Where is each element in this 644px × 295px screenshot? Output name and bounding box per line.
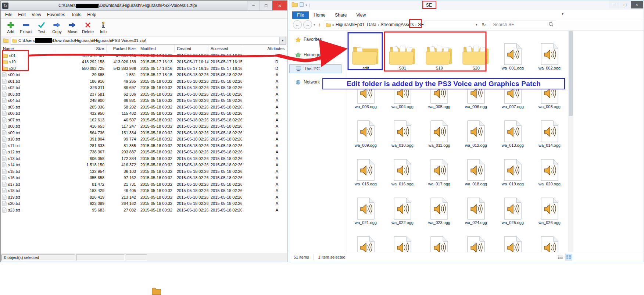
file-item-wa-002-ogg[interactable]: wa_002.ogg bbox=[531, 33, 568, 72]
folder-item-s01[interactable]: S01 bbox=[384, 33, 421, 72]
close-button[interactable]: × bbox=[631, 1, 643, 8]
table-row-s03-txt[interactable]: s03.txt237 58162 3362015-05-18 00:322015… bbox=[1, 91, 287, 97]
table-row-s02-txt[interactable]: s02.txt326 31186 6972015-05-18 00:322015… bbox=[1, 85, 287, 91]
large-icons-view-button[interactable] bbox=[565, 254, 572, 260]
menu-tools[interactable]: Tools bbox=[68, 12, 84, 17]
breadcrumb-part-streamingassets[interactable]: StreamingAssets bbox=[380, 22, 414, 27]
table-row-s04-txt[interactable]: s04.txt248 90066 8812015-05-18 00:322015… bbox=[1, 97, 287, 104]
forward-button[interactable]: → bbox=[303, 20, 312, 29]
explorer-titlebar[interactable]: ▾ | SE – □ × bbox=[289, 0, 644, 10]
file-item-wa-024-ogg[interactable]: wa_024.ogg bbox=[458, 188, 494, 227]
address-dropdown-icon[interactable]: ▾ bbox=[474, 23, 479, 26]
file-item-wa-016-ogg[interactable]: wa_016.ogg bbox=[384, 149, 421, 188]
file-item-wa-001-ogg[interactable]: wa_001.ogg bbox=[494, 33, 531, 72]
file-item-wa-020-ogg[interactable]: wa_020.ogg bbox=[531, 149, 568, 188]
quick-access-file-icon[interactable] bbox=[300, 2, 304, 8]
sidebar-item-homegroup[interactable]: Homegroup bbox=[289, 50, 341, 59]
tab-file[interactable]: File bbox=[292, 11, 309, 19]
table-row-s08-txt[interactable]: s08.txt416 653117 2472015-05-18 00:32201… bbox=[1, 123, 287, 130]
table-row-s13-txt[interactable]: s13.txt606 058172 3842015-05-18 00:32201… bbox=[1, 155, 287, 162]
file-item-wa-013-ogg[interactable]: wa_013.ogg bbox=[494, 111, 531, 149]
breadcrumb-overflow[interactable]: « bbox=[332, 23, 334, 27]
toolbar-extract-button[interactable]: Extract bbox=[19, 19, 33, 35]
file-item-wa-026-ogg[interactable]: wa_026.ogg bbox=[531, 188, 568, 227]
ribbon-collapse-icon[interactable]: ▾ bbox=[562, 12, 564, 16]
file-item-wa-017-ogg[interactable]: wa_017.ogg bbox=[421, 149, 458, 188]
table-row-s14-txt[interactable]: s14.txt1 518 150416 3722015-05-18 00:322… bbox=[1, 162, 287, 168]
column-header-accessed[interactable]: Accessed bbox=[208, 45, 242, 52]
folder-item-s19[interactable]: S19 bbox=[421, 33, 458, 72]
file-item-wa-009-ogg[interactable]: wa_009.ogg bbox=[347, 111, 384, 149]
menu-help[interactable]: Help bbox=[84, 12, 99, 17]
menu-view[interactable]: View bbox=[29, 12, 44, 17]
breadcrumb-part-data[interactable]: HigurashiEp01_Data bbox=[336, 22, 376, 27]
toolbar-add-button[interactable]: Add bbox=[4, 19, 18, 35]
column-header-modified[interactable]: Modified bbox=[138, 45, 175, 52]
quick-access-dropdown-icon[interactable]: ▾ bbox=[305, 3, 307, 7]
toolbar-info-button[interactable]: Info bbox=[96, 19, 110, 35]
column-header-attributes[interactable]: Attributes bbox=[242, 45, 287, 52]
sidebar-item-favorites[interactable]: Favorites bbox=[289, 35, 341, 44]
maximize-button[interactable]: □ bbox=[260, 1, 272, 10]
table-row-s00-txt[interactable]: s00.txt29 6881 5612015-05-17 18:152015-0… bbox=[1, 72, 287, 78]
file-item-wa-022-ogg[interactable]: wa_022.ogg bbox=[384, 188, 421, 227]
table-row-s15-txt[interactable]: s15.txt132 95436 1032015-05-18 00:322015… bbox=[1, 168, 287, 175]
refresh-icon[interactable]: ↻ bbox=[480, 22, 487, 28]
file-item-wa-025-ogg[interactable]: wa_025.ogg bbox=[494, 188, 531, 227]
vertical-scrollbar[interactable] bbox=[568, 31, 573, 252]
toolbar-delete-button[interactable]: Delete bbox=[81, 19, 95, 35]
recent-locations-dropdown-icon[interactable]: ▾ bbox=[314, 23, 315, 26]
file-item-wa-023-ogg[interactable]: wa_023.ogg bbox=[421, 188, 458, 227]
combobox-dropdown-icon[interactable]: ▾ bbox=[279, 37, 286, 44]
file-item-clipped[interactable] bbox=[458, 227, 494, 252]
table-row-s19-txt[interactable]: s19.txt826 419213 1422015-05-18 00:32201… bbox=[1, 194, 287, 200]
file-item-clipped[interactable] bbox=[384, 227, 421, 252]
column-header-packed-size[interactable]: Packed Size bbox=[107, 45, 138, 52]
table-row-s23-txt[interactable]: s23.txt95 68327 0822015-05-18 00:322015-… bbox=[1, 207, 287, 213]
folder-item-edit[interactable]: edit bbox=[347, 33, 384, 72]
minimize-button[interactable]: – bbox=[609, 1, 619, 8]
menu-edit[interactable]: Edit bbox=[15, 12, 29, 17]
table-row-s06-txt[interactable]: s06.txt432 950115 4822015-05-18 00:32201… bbox=[1, 110, 287, 117]
file-item-clipped[interactable] bbox=[494, 227, 531, 252]
table-row-s01[interactable]: s01105 376 48197 591 7092015-05-17 16:08… bbox=[1, 52, 287, 59]
table-row-s11-txt[interactable]: s11.txt281 33381 3552015-05-18 00:322015… bbox=[1, 142, 287, 149]
file-item-wa-014-ogg[interactable]: wa_014.ogg bbox=[531, 111, 568, 149]
path-combobox[interactable]: C:\Users\Downloads\Higurashi\HigurashiPS… bbox=[11, 37, 286, 45]
file-item-wa-018-ogg[interactable]: wa_018.ogg bbox=[458, 149, 494, 188]
file-item-clipped[interactable] bbox=[531, 227, 568, 252]
scrollbar-thumb[interactable] bbox=[569, 31, 573, 116]
table-row-s10-txt[interactable]: s10.txt391 80499 7742015-05-18 00:322015… bbox=[1, 136, 287, 143]
tab-home[interactable]: Home bbox=[309, 11, 330, 19]
search-input[interactable]: Search SE bbox=[491, 21, 556, 29]
breadcrumb[interactable]: « HigurashiEp01_Data › StreamingAssets ›… bbox=[324, 21, 489, 29]
table-row-s19[interactable]: s19418 292 158413 026 1392015-05-17 16:1… bbox=[1, 59, 287, 65]
toolbar-copy-button[interactable]: Copy bbox=[50, 19, 64, 35]
table-row-s18-txt[interactable]: s18.txt183 42946 4052015-05-18 00:322015… bbox=[1, 188, 287, 194]
file-item-wa-010-ogg[interactable]: wa_010.ogg bbox=[384, 111, 421, 149]
sidebar-item-this-pc[interactable]: This PC bbox=[289, 64, 341, 73]
file-item-wa-015-ogg[interactable]: wa_015.ogg bbox=[347, 149, 384, 188]
table-row-s09-txt[interactable]: s09.txt564 736151 3342015-05-18 00:32201… bbox=[1, 129, 287, 136]
menu-favorites[interactable]: Favorites bbox=[44, 12, 68, 17]
table-row-s17-txt[interactable]: s17.txt81 47221 7312015-05-18 00:322015-… bbox=[1, 181, 287, 188]
back-button[interactable]: ← bbox=[293, 20, 302, 29]
folder-up-icon[interactable] bbox=[2, 37, 9, 44]
table-row-s20-txt[interactable]: s20.txt923 089264 1622015-05-18 00:32201… bbox=[1, 200, 287, 207]
column-header-created[interactable]: Created bbox=[175, 45, 208, 52]
close-button[interactable]: × bbox=[272, 1, 287, 10]
table-row-s05-txt[interactable]: s05.txt205 33658 2022015-05-18 00:322015… bbox=[1, 104, 287, 110]
table-row-s20[interactable]: s20580 093 725543 383 9662015-05-17 16:1… bbox=[1, 65, 287, 72]
details-view-button[interactable] bbox=[557, 254, 564, 260]
file-item-wa-011-ogg[interactable]: wa_011.ogg bbox=[421, 111, 458, 149]
table-row-s16-txt[interactable]: s16.txt355 65897 1622015-05-18 00:322015… bbox=[1, 175, 287, 181]
toolbar-test-button[interactable]: Test bbox=[35, 19, 49, 35]
tab-share[interactable]: Share bbox=[330, 11, 351, 19]
table-row-s07-txt[interactable]: s07.txt162 61346 5072015-05-18 00:322015… bbox=[1, 117, 287, 123]
folder-item-s20[interactable]: S20 bbox=[458, 33, 494, 72]
breadcrumb-part-se[interactable]: SE bbox=[418, 22, 424, 27]
file-item-wa-012-ogg[interactable]: wa_012.ogg bbox=[458, 111, 494, 149]
file-item-wa-021-ogg[interactable]: wa_021.ogg bbox=[347, 188, 384, 227]
column-header-name[interactable]: Name bbox=[1, 45, 55, 52]
minimize-button[interactable]: – bbox=[247, 1, 260, 10]
